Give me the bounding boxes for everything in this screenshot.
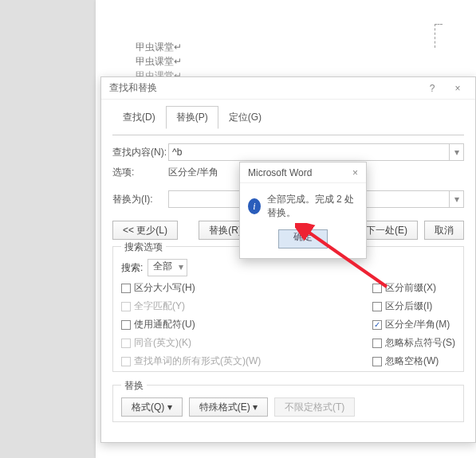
chk-match-case[interactable]: 区分大小写(H) (121, 281, 261, 295)
find-dropdown[interactable]: ▾ (450, 143, 464, 161)
search-options-group: 搜索选项 搜索: 全部 区分大小写(H) 全字匹配(Y) 使用通配符(U) 同音… (112, 246, 464, 372)
chk-prefix[interactable]: 区分前缀(X) (372, 281, 455, 295)
replace-format-group: 替换 格式(Q) ▾ 特殊格式(E) ▾ 不限定格式(T) (112, 385, 464, 422)
find-label: 查找内容(N): (112, 146, 168, 159)
search-scope-select[interactable]: 全部 (148, 259, 187, 276)
tab-goto[interactable]: 定位(G) (218, 106, 272, 129)
tab-find[interactable]: 查找(D) (112, 106, 166, 129)
help-button[interactable]: ? (419, 80, 445, 97)
replace-dropdown[interactable]: ▾ (450, 190, 464, 208)
dialog-tabs: 查找(D) 替换(P) 定位(G) (112, 106, 464, 129)
chk-word-forms: 查找单词的所有形式(英文)(W) (121, 354, 261, 368)
message-box: Microsoft Word × i 全部完成。完成 2 处替换。 确定 (239, 162, 367, 259)
replace-label: 替换为(I): (112, 193, 168, 206)
chk-whole-word: 全字匹配(Y) (121, 299, 261, 313)
dialog-title: 查找和替换 (109, 81, 157, 95)
chk-full-half[interactable]: ✓区分全/半角(M) (372, 318, 455, 331)
replace-group-title: 替换 (121, 379, 147, 393)
chk-suffix[interactable]: 区分后缀(I) (372, 299, 455, 313)
find-replace-dialog: 查找和替换 ? × 查找(D) 替换(P) 定位(G) 查找内容(N): ▾ 选… (100, 76, 476, 443)
message-text: 全部完成。完成 2 处替换。 (267, 193, 358, 220)
message-title: Microsoft Word (248, 167, 312, 178)
options-value: 区分全/半角 (168, 166, 218, 179)
chk-ignore-space[interactable]: 忽略空格(W) (372, 354, 455, 368)
doc-line: 甲虫课堂↵ (136, 40, 182, 54)
chk-sounds-like: 同音(英文)(K) (121, 336, 261, 350)
chk-ignore-punct[interactable]: 忽略标点符号(S) (372, 336, 455, 350)
cancel-button[interactable]: 取消 (424, 221, 464, 240)
dialog-titlebar: 查找和替换 ? × (101, 77, 475, 100)
special-format-button[interactable]: 特殊格式(E) ▾ (189, 397, 268, 417)
ok-button[interactable]: 确定 (278, 229, 328, 249)
less-button[interactable]: << 更少(L) (112, 221, 178, 240)
message-close-button[interactable]: × (349, 167, 361, 178)
info-icon: i (248, 198, 261, 214)
find-input[interactable] (168, 143, 450, 161)
options-label: 选项: (112, 166, 168, 179)
search-scope-label: 搜索: (121, 261, 143, 275)
doc-line: 甲虫课堂↵ (136, 54, 182, 69)
chk-wildcards[interactable]: 使用通配符(U) (121, 318, 261, 331)
tab-replace[interactable]: 替换(P) (166, 106, 218, 129)
no-format-button: 不限定格式(T) (274, 397, 355, 417)
close-button[interactable]: × (445, 80, 470, 97)
message-titlebar: Microsoft Word × (240, 162, 366, 183)
format-button[interactable]: 格式(Q) ▾ (121, 397, 183, 417)
search-options-title: 搜索选项 (121, 241, 166, 254)
doc-corner-mark (435, 24, 443, 48)
